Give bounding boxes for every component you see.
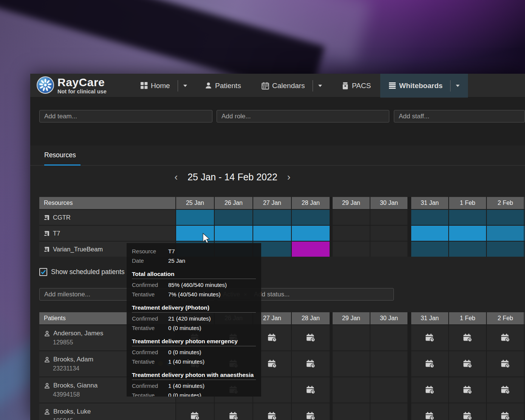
appointment-cell[interactable]	[333, 377, 370, 403]
nav-item-pacs[interactable]: PACS	[342, 74, 371, 98]
allocation-cell[interactable]	[292, 226, 330, 241]
next-period-button[interactable]: ›	[287, 171, 291, 183]
appointment-cell[interactable]	[449, 351, 486, 377]
allocation-cell[interactable]	[449, 226, 486, 241]
appointment-cell[interactable]	[449, 403, 486, 420]
patient-name-text: Brooks, Luke	[53, 408, 91, 415]
tab-resources[interactable]: Resources	[44, 151, 76, 159]
appointment-cell[interactable]	[449, 377, 486, 403]
column-header: 1 Feb	[449, 197, 486, 209]
appointment-cell[interactable]	[411, 377, 448, 403]
appointment-cell[interactable]	[411, 325, 448, 350]
column-header: 1 Feb	[449, 312, 486, 324]
show-scheduled-label: Show scheduled patients	[51, 268, 125, 276]
allocation-cell[interactable]	[292, 242, 330, 257]
nav-divider	[313, 80, 313, 91]
add-role-input[interactable]	[217, 110, 389, 122]
appointment-cell[interactable]	[370, 351, 407, 377]
appointment-cell[interactable]	[487, 325, 524, 350]
allocation-cell[interactable]	[411, 242, 448, 257]
chevron-down-icon[interactable]	[318, 85, 322, 87]
chevron-down-icon[interactable]	[183, 85, 187, 87]
allocation-cell[interactable]	[487, 210, 524, 225]
column-header: 30 Jan	[370, 197, 407, 209]
allocation-cell[interactable]	[333, 226, 370, 241]
tooltip-stat-row: Confirmed1 (40 minutes)	[132, 381, 256, 391]
appointment-cell[interactable]	[333, 325, 370, 350]
allocation-cell[interactable]	[333, 242, 370, 257]
tooltip-section-rule	[132, 279, 256, 279]
appointment-cell[interactable]	[292, 377, 330, 403]
prev-period-button[interactable]: ‹	[174, 171, 178, 183]
allocation-cell[interactable]	[449, 210, 486, 225]
calendar-clock-icon	[425, 412, 435, 420]
raycare-logo-icon	[36, 76, 54, 94]
appointment-cell[interactable]	[253, 403, 291, 420]
calendar-clock-icon	[463, 386, 472, 394]
appointment-cell[interactable]	[333, 403, 370, 420]
appointment-cell[interactable]	[292, 325, 330, 350]
allocation-cell[interactable]	[253, 210, 291, 225]
appointment-cell[interactable]	[487, 403, 524, 420]
allocation-cell[interactable]	[215, 210, 252, 225]
weekend-gap	[408, 351, 410, 377]
appointment-cell[interactable]	[370, 325, 407, 350]
allocation-cell[interactable]	[292, 210, 330, 225]
allocation-cell[interactable]	[487, 226, 524, 241]
nav-label-home: Home	[151, 82, 170, 90]
appointment-cell[interactable]	[292, 351, 330, 377]
appointment-cell[interactable]	[449, 325, 486, 350]
allocation-cell[interactable]	[370, 226, 407, 241]
appointment-cell[interactable]	[215, 403, 252, 420]
add-team-input[interactable]	[39, 110, 212, 122]
weekend-gap	[330, 377, 332, 403]
allocation-cell[interactable]	[370, 242, 407, 257]
tooltip-section: Treatment delivery photon with anaesthes…	[132, 370, 256, 397]
appointment-cell[interactable]	[487, 377, 524, 403]
allocation-cell[interactable]	[253, 226, 291, 241]
tooltip-field-value: T7	[168, 246, 175, 256]
allocation-cell[interactable]	[487, 242, 524, 257]
chevron-down-icon[interactable]	[456, 85, 460, 87]
weekend-gap	[330, 210, 332, 225]
tooltip-stat-row: Confirmed85% (460/540 minutes)	[132, 280, 256, 290]
appointment-cell[interactable]	[487, 351, 524, 377]
appointment-cell[interactable]	[370, 403, 407, 420]
nav-item-patients[interactable]: Patients	[205, 74, 241, 98]
resource-row-label: T7	[39, 226, 175, 241]
tooltip-stat-value: 1 (40 minutes)	[168, 381, 204, 391]
tooltip-stat-label: Confirmed	[132, 381, 168, 391]
nav-item-home[interactable]: Home	[141, 74, 187, 98]
nav-item-whiteboards[interactable]: Whiteboards	[380, 74, 468, 98]
allocation-cell[interactable]	[176, 210, 214, 225]
resources-table: Resources25 Jan26 Jan27 Jan28 Jan29 Jan3…	[39, 197, 525, 257]
nav-item-calendars[interactable]: Calendars	[262, 74, 322, 98]
add-staff-input[interactable]	[394, 110, 525, 122]
allocation-cell[interactable]	[411, 210, 448, 225]
allocation-cell[interactable]	[370, 210, 407, 225]
allocation-cell[interactable]	[333, 210, 370, 225]
appointment-cell[interactable]	[333, 351, 370, 377]
column-header: 26 Jan	[215, 197, 252, 209]
tooltip-stat-row: Tentative0 (0 minutes)	[132, 391, 256, 397]
show-scheduled-patients-checkbox[interactable]	[39, 268, 47, 276]
appointment-cell[interactable]	[370, 377, 407, 403]
tooltip-stat-row: Tentative7% (40/540 minutes)	[132, 290, 256, 299]
allocation-cell[interactable]	[411, 226, 448, 241]
show-scheduled-row: Show scheduled patients	[39, 268, 125, 276]
appointment-cell[interactable]	[176, 403, 214, 420]
calendar-clock-icon	[190, 412, 200, 420]
nav-divider	[178, 80, 178, 91]
appointment-cell[interactable]	[411, 403, 448, 420]
allocation-cell[interactable]	[449, 242, 486, 257]
weekend-gap	[408, 312, 410, 324]
appointment-cell[interactable]	[292, 403, 330, 420]
tooltip-stat-row: Tentative0 (0 minutes)	[132, 323, 256, 333]
tooltip-field-label: Date	[132, 256, 168, 265]
appointment-cell[interactable]	[411, 351, 448, 377]
weekend-gap	[330, 226, 332, 241]
allocation-cell[interactable]	[215, 226, 252, 241]
weekend-gap	[330, 312, 332, 324]
pacs-archive-icon	[342, 82, 349, 90]
calendar-clock-icon	[268, 360, 277, 368]
